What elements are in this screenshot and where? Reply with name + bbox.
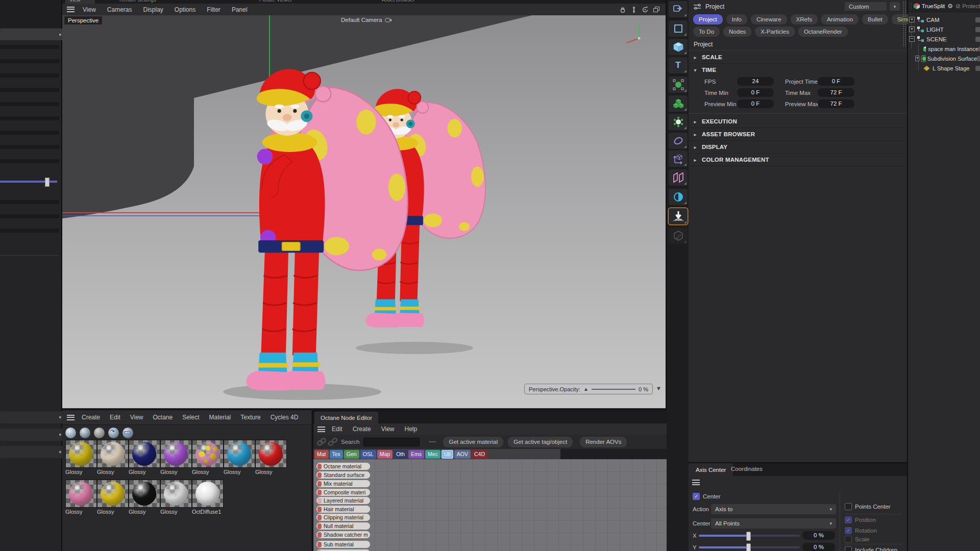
- window-tab[interactable]: Render Settings: [119, 0, 156, 3]
- material-swatch[interactable]: Glossy: [255, 440, 286, 475]
- scrollbar-grip[interactable]: [902, 1, 906, 47]
- window-tab[interactable]: View: [69, 0, 81, 3]
- tab-osl[interactable]: OSL: [360, 450, 376, 459]
- pen-tool-button[interactable]: [669, 228, 688, 244]
- checkbox-checked-icon[interactable]: ✓: [845, 527, 852, 534]
- node-type-hair-material[interactable]: Hair material: [316, 505, 371, 513]
- expand-icon[interactable]: +: [909, 17, 915, 22]
- tab-c4d[interactable]: C4D: [472, 450, 487, 459]
- tab-todo[interactable]: To Do: [693, 27, 720, 37]
- camera-label[interactable]: Default Camera: [341, 17, 392, 23]
- tree-row-spaceman[interactable]: space man Instance: [908, 44, 980, 54]
- material-swatch[interactable]: Glossy: [129, 480, 159, 515]
- tab-map[interactable]: Map: [377, 450, 393, 459]
- tab-aov[interactable]: AOV: [454, 450, 471, 459]
- node-type-partial[interactable]: Material la: [316, 549, 371, 551]
- get-active-material-button[interactable]: Get active material: [443, 437, 503, 447]
- preview-min-input[interactable]: 0 F: [737, 99, 774, 108]
- checkbox-checked-icon[interactable]: ✓: [693, 493, 700, 500]
- checkbox-icon[interactable]: [845, 503, 852, 510]
- tab-cineware[interactable]: Cineware: [751, 14, 787, 24]
- material-swatch[interactable]: Glossy: [97, 480, 128, 515]
- mini-slider-handle[interactable]: [45, 178, 50, 187]
- menu-edit[interactable]: Edit: [109, 414, 121, 421]
- menu-create[interactable]: Create: [352, 425, 372, 433]
- position-row[interactable]: ✓Position: [845, 516, 876, 523]
- new-glossy-button[interactable]: [80, 428, 90, 438]
- material-swatch[interactable]: OctDiffuse1: [192, 480, 223, 515]
- x-value[interactable]: 0 %: [802, 531, 835, 540]
- get-active-tag-button[interactable]: Get active tag/object: [508, 437, 573, 447]
- layer-icon[interactable]: [975, 27, 980, 32]
- section-color-management[interactable]: ▸ COLOR MANAGEMENT: [689, 154, 907, 166]
- menu-help[interactable]: Help: [404, 425, 419, 433]
- tab-bullet[interactable]: Bullet: [862, 14, 888, 24]
- new-checker-button[interactable]: [94, 428, 105, 438]
- orbit-icon[interactable]: [641, 6, 649, 14]
- popout-button[interactable]: [669, 1, 688, 17]
- menu-view[interactable]: View: [380, 425, 396, 433]
- environment-button[interactable]: [669, 189, 688, 205]
- node-editor-tab[interactable]: Octane Node Editor: [314, 412, 378, 423]
- node-type-shadow-catcher[interactable]: Shadow catcher m: [316, 531, 371, 539]
- menu-texture[interactable]: Texture: [239, 414, 261, 421]
- tab-xrefs[interactable]: XRefs: [791, 14, 818, 24]
- volume-button[interactable]: [669, 95, 688, 112]
- y-value[interactable]: 0 %: [802, 543, 835, 551]
- unlink-icon[interactable]: [328, 437, 338, 446]
- checkbox-icon[interactable]: [845, 546, 852, 551]
- center-select[interactable]: All Points▾: [711, 518, 836, 529]
- material-swatch[interactable]: Glossy: [160, 440, 191, 475]
- text-tool-button[interactable]: T: [669, 57, 688, 73]
- menu-view[interactable]: View: [129, 414, 144, 421]
- tree-row-light[interactable]: + LIGHT: [908, 24, 980, 34]
- menu-edit[interactable]: Edit: [331, 425, 344, 433]
- section-time[interactable]: ▾ TIME: [689, 64, 907, 76]
- time-max-input[interactable]: 72 F: [818, 88, 854, 97]
- node-type-clipping-material[interactable]: Clipping material: [316, 513, 371, 521]
- layer-icon[interactable]: [977, 56, 980, 61]
- tab-info[interactable]: Info: [726, 14, 747, 24]
- menu-icon[interactable]: [67, 415, 75, 420]
- tab-gen[interactable]: Gen: [344, 450, 359, 459]
- mode-caret-button[interactable]: ▾: [890, 2, 900, 11]
- mode-select[interactable]: Custom: [845, 2, 887, 11]
- tab-xparticles[interactable]: X-Particles: [755, 27, 795, 37]
- material-swatch[interactable]: Glossy: [97, 440, 128, 475]
- tree-row-cam[interactable]: + CAM: [908, 15, 980, 24]
- node-type-null-material[interactable]: Null material: [316, 522, 371, 530]
- node-type-layered-material[interactable]: Layered material: [316, 496, 371, 505]
- tab-axis-center[interactable]: Axis Center: [689, 463, 733, 476]
- node-type-mix-material[interactable]: Mix material: [316, 480, 371, 488]
- cube-primitive-button[interactable]: [669, 39, 688, 55]
- left-panel-dropdown[interactable]: ▾: [0, 29, 65, 40]
- points-center-row[interactable]: Points Center: [845, 503, 891, 510]
- node-type-octane-material[interactable]: Octane material: [316, 462, 371, 470]
- menu-view[interactable]: View: [82, 6, 97, 13]
- window-tab[interactable]: Picture Viewer: [259, 0, 292, 3]
- tab-mat[interactable]: Mat: [314, 450, 329, 459]
- rotation-row[interactable]: ✓Rotation: [845, 527, 877, 534]
- y-slider-handle[interactable]: [746, 543, 751, 551]
- layer-icon[interactable]: [975, 66, 980, 71]
- scale-row[interactable]: Scale: [845, 536, 870, 543]
- tab-utl[interactable]: Utl: [442, 450, 453, 459]
- expand-icon[interactable]: +: [909, 27, 915, 32]
- menu-filter[interactable]: Filter: [206, 6, 222, 13]
- opacity-slider-pill[interactable]: Perspective.Opacity: ▲ 0 %: [524, 384, 653, 394]
- slider-line[interactable]: [592, 389, 635, 390]
- fps-input[interactable]: 24: [737, 77, 774, 86]
- pan-hand-icon[interactable]: [619, 6, 627, 14]
- tree-row-lshape[interactable]: L Shape Stage: [908, 63, 980, 73]
- tab-mec[interactable]: Mec: [425, 450, 440, 459]
- tab-animation[interactable]: Animation: [821, 14, 859, 24]
- preview-max-input[interactable]: 72 F: [818, 99, 854, 108]
- spline-rectangle-button[interactable]: [669, 20, 688, 37]
- left-panel-dropdown[interactable]: ▾: [0, 429, 65, 441]
- simulation-button[interactable]: [669, 114, 688, 130]
- left-panel-dropdown[interactable]: ▾: [0, 446, 65, 458]
- menu-icon[interactable]: [317, 427, 325, 432]
- load-material-button[interactable]: ↷: [108, 428, 119, 438]
- tab-oth[interactable]: Oth: [394, 450, 407, 459]
- menu-display[interactable]: Display: [142, 6, 164, 13]
